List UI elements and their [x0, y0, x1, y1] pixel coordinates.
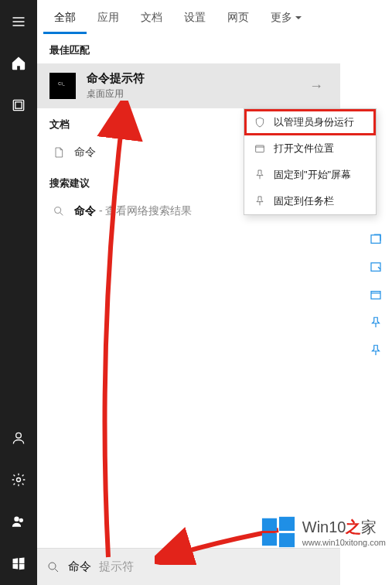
- home-icon[interactable]: [0, 46, 37, 80]
- location-icon[interactable]: [369, 288, 383, 302]
- watermark-brand-a: Win10: [302, 518, 346, 535]
- svg-point-7: [55, 207, 61, 214]
- svg-rect-13: [262, 518, 277, 531]
- svg-rect-14: [279, 517, 295, 531]
- search-icon: [46, 560, 60, 574]
- tab-docs[interactable]: 文档: [130, 0, 173, 34]
- svg-rect-1: [15, 102, 22, 108]
- search-ghost-text: 提示符: [99, 559, 134, 574]
- svg-rect-9: [371, 235, 380, 244]
- svg-rect-15: [262, 533, 277, 546]
- tab-apps[interactable]: 应用: [87, 0, 130, 34]
- preview-actions-strip: [369, 232, 392, 358]
- pin-taskbar-icon: [254, 195, 266, 207]
- ctx-pin-to-start[interactable]: 固定到"开始"屏幕: [244, 162, 376, 188]
- ctx-open-location-label: 打开文件位置: [274, 142, 334, 156]
- svg-text:C:\_: C:\_: [58, 82, 65, 86]
- contacts-icon[interactable]: [0, 505, 37, 539]
- vertical-taskbar: [0, 0, 37, 585]
- document-name: 命令: [74, 145, 96, 159]
- search-typed-text: 命令: [68, 559, 91, 574]
- tab-settings[interactable]: 设置: [173, 0, 216, 34]
- expand-chevron-icon[interactable]: →: [309, 78, 328, 94]
- ctx-run-as-admin[interactable]: 以管理员身份运行: [244, 109, 376, 135]
- search-icon: [53, 205, 65, 217]
- filter-tabs: 全部 应用 文档 设置 网页 更多: [37, 0, 340, 34]
- watermark-url: www.win10xitong.com: [302, 538, 386, 547]
- search-panel: 全部 应用 文档 设置 网页 更多 最佳匹配 C:\_ 命令提示符 桌面应用 →…: [37, 0, 340, 585]
- svg-rect-11: [371, 292, 380, 299]
- admin-shield-icon: [254, 116, 266, 128]
- tab-web[interactable]: 网页: [216, 0, 260, 34]
- cmd-icon: C:\_: [49, 73, 76, 99]
- svg-rect-10: [371, 263, 380, 272]
- svg-rect-16: [279, 533, 295, 547]
- ctx-pin-to-taskbar[interactable]: 固定到任务栏: [244, 188, 376, 214]
- ctx-pin-start-label: 固定到"开始"屏幕: [274, 168, 351, 182]
- pin-icon[interactable]: [369, 316, 383, 330]
- document-icon: [53, 146, 65, 159]
- tab-more[interactable]: 更多: [260, 0, 312, 34]
- svg-point-4: [15, 517, 19, 521]
- settings-icon[interactable]: [0, 463, 37, 497]
- suggestion-hint: 查看网络搜索结果: [105, 204, 192, 217]
- svg-point-5: [19, 518, 22, 522]
- ctx-run-as-admin-label: 以管理员身份运行: [274, 115, 354, 129]
- pin2-icon[interactable]: [369, 344, 383, 358]
- windows-start-icon[interactable]: [0, 546, 37, 580]
- suggestion-sep: -: [96, 204, 105, 217]
- watermark-brand-b: 之: [346, 518, 361, 535]
- best-match-title: 命令提示符: [87, 71, 145, 86]
- context-menu: 以管理员身份运行 打开文件位置 固定到"开始"屏幕 固定到任务栏: [244, 108, 377, 215]
- suggestion-query: 命令: [74, 204, 96, 217]
- admin-run-icon[interactable]: [369, 260, 383, 274]
- svg-point-3: [17, 478, 21, 482]
- svg-point-2: [16, 433, 22, 438]
- folder-open-icon: [254, 142, 266, 155]
- ctx-pin-taskbar-label: 固定到任务栏: [274, 194, 334, 208]
- ctx-open-file-location[interactable]: 打开文件位置: [244, 135, 376, 162]
- pin-start-icon: [254, 169, 266, 181]
- tab-all[interactable]: 全部: [43, 0, 87, 34]
- hamburger-icon[interactable]: [0, 5, 37, 39]
- best-match-result[interactable]: C:\_ 命令提示符 桌面应用 →: [37, 63, 340, 108]
- best-match-subtitle: 桌面应用: [87, 87, 145, 101]
- best-match-header: 最佳匹配: [37, 34, 340, 63]
- svg-rect-8: [256, 145, 264, 152]
- svg-point-12: [49, 563, 56, 570]
- folder-icon[interactable]: [0, 88, 37, 122]
- watermark: Win10之家 www.win10xitong.com: [261, 514, 386, 549]
- windows-logo-icon: [261, 514, 296, 549]
- search-bar[interactable]: 命令提示符: [37, 548, 340, 585]
- watermark-brand-c: 家: [361, 518, 377, 535]
- user-icon[interactable]: [0, 421, 37, 455]
- open-icon[interactable]: [369, 232, 383, 246]
